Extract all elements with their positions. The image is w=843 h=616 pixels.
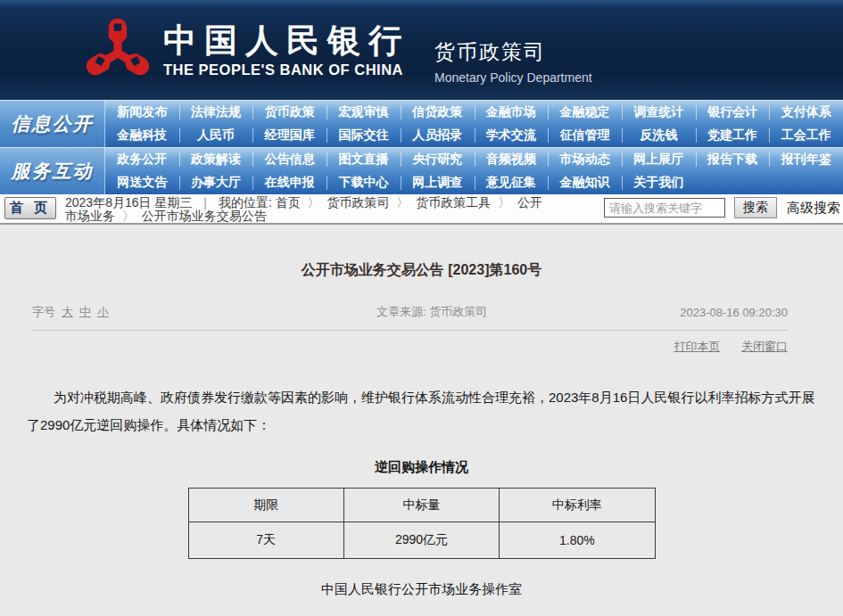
nav-item-zhifutixi[interactable]: 支付体系 — [769, 101, 843, 124]
breadcrumb-link-dept[interactable]: 货币政策司 — [326, 195, 389, 209]
nav-item-wangsongwengao[interactable]: 网送文告 — [105, 171, 179, 194]
table-header-volume: 中标量 — [343, 489, 499, 522]
nav-row: 政务公开 政策解读 公告信息 图文直播 央行研究 音频视频 市场动态 网上展厅 … — [105, 148, 843, 171]
nav-row: 网送文告 办事大厅 在线申报 下载中心 网上调查 意见征集 金融知识 关于我们 — [105, 171, 843, 194]
page-action-links: 打印本页 关闭窗口 — [0, 339, 788, 355]
nav-block-service: 服务互动 政务公开 政策解读 公告信息 图文直播 央行研究 音频视频 市场动态 … — [0, 147, 843, 194]
breadcrumb-separator: 〉 — [494, 195, 514, 209]
breadcrumb-link-tools[interactable]: 货币政策工具 — [416, 195, 491, 209]
nav-item-xindaizhengce[interactable]: 信贷政策 — [401, 101, 475, 124]
search-input[interactable] — [604, 198, 725, 218]
font-size-control: 字号 大 中 小 — [32, 304, 109, 320]
nav-group-label-info: 信息公开 — [0, 101, 105, 147]
nav-item-renminbi[interactable]: 人民币 — [179, 124, 253, 147]
site-header: 中国人民银行 THE PEOPLE'S BANK OF CHINA 货币政策司 … — [0, 0, 843, 100]
breadcrumb-link-home[interactable]: 首页 — [276, 195, 301, 209]
breadcrumb-bar: 首 页 2023年8月16日 星期三 ｜ 我的位置: 首页 〉 货币政策司 〉 … — [0, 194, 843, 225]
font-size-small-link[interactable]: 小 — [97, 304, 109, 320]
table-cell-rate: 1.80% — [500, 522, 655, 559]
close-window-link[interactable]: 关闭窗口 — [741, 340, 788, 353]
pboc-logo-icon — [85, 14, 151, 86]
page-title: 公开市场业务交易公告 [2023]第160号 — [0, 261, 843, 280]
table-title: 逆回购操作情况 — [0, 459, 843, 476]
nav-item-jinrongwending[interactable]: 金融稳定 — [548, 101, 622, 124]
nav-empty-cell — [696, 171, 770, 194]
font-size-label: 字号 — [32, 304, 55, 320]
nav-item-xueshujiaoliu[interactable]: 学术交流 — [475, 124, 549, 147]
breadcrumb-separator: 〉 — [393, 195, 412, 209]
nav-item-yanghangyanjiu[interactable]: 央行研究 — [401, 148, 475, 171]
bank-name-block: 中国人民银行 THE PEOPLE'S BANK OF CHINA — [163, 22, 409, 78]
nav-item-gonggaoxinxi[interactable]: 公告信息 — [252, 148, 326, 171]
nav-item-shichangdongtai[interactable]: 市场动态 — [548, 148, 622, 171]
nav-item-guojijiaowang[interactable]: 国际交往 — [326, 124, 401, 147]
nav-item-gonghuigongzuo[interactable]: 工会工作 — [769, 124, 843, 147]
print-page-link[interactable]: 打印本页 — [674, 340, 720, 353]
nav-rows-service: 政务公开 政策解读 公告信息 图文直播 央行研究 音频视频 市场动态 网上展厅 … — [105, 148, 843, 194]
repo-operation-table: 期限 中标量 中标利率 7天 2990亿元 1.80% — [188, 488, 656, 559]
table-header-row: 期限 中标量 中标利率 — [188, 489, 655, 522]
nav-item-dangjiangongzuo[interactable]: 党建工作 — [696, 124, 770, 147]
nav-item-huobizhengce[interactable]: 货币政策 — [252, 101, 326, 124]
nav-item-zhengcejiedu[interactable]: 政策解读 — [179, 148, 253, 171]
nav-block-info: 信息公开 新闻发布 法律法规 货币政策 宏观审慎 信贷政策 金融市场 金融稳定 … — [0, 100, 843, 147]
nav-item-baogaoxiazai[interactable]: 报告下载 — [696, 148, 770, 171]
nav-item-jinrongzhishi[interactable]: 金融知识 — [548, 171, 622, 194]
article-signature: 中国人民银行公开市场业务操作室 — [0, 581, 843, 598]
nav-item-yinpinshipin[interactable]: 音频视频 — [475, 148, 549, 171]
search-button[interactable]: 搜索 — [734, 197, 777, 218]
nav-row: 新闻发布 法律法规 货币政策 宏观审慎 信贷政策 金融市场 金融稳定 调查统计 … — [105, 101, 843, 124]
breadcrumb-separator: 〉 — [119, 209, 138, 223]
nav-item-zaixianshenbao[interactable]: 在线申报 — [252, 171, 326, 194]
nav-item-yinhangkuaiji[interactable]: 银行会计 — [696, 101, 770, 124]
nav-item-hongguanshenshen[interactable]: 宏观审慎 — [326, 101, 401, 124]
nav-item-falvfagui[interactable]: 法律法规 — [179, 101, 253, 124]
table-header-rate: 中标利率 — [500, 489, 655, 522]
article-meta-row: 字号 大 中 小 文章来源: 货币政策司 2023-08-16 09:20:30 — [32, 304, 788, 331]
nav-item-zhengwugongkai[interactable]: 政务公开 — [105, 148, 179, 171]
table-cell-volume: 2990亿元 — [343, 522, 499, 559]
table-header-term: 期限 — [188, 489, 343, 522]
nav-item-diaochatongji[interactable]: 调查统计 — [622, 101, 696, 124]
nav-item-xiazaizhongxin[interactable]: 下载中心 — [326, 171, 401, 194]
nav-row: 金融科技 人民币 经理国库 国际交往 人员招录 学术交流 征信管理 反洗钱 党建… — [105, 124, 843, 147]
nav-empty-cell — [769, 171, 843, 194]
nav-rows-info: 新闻发布 法律法规 货币政策 宏观审慎 信贷政策 金融市场 金融稳定 调查统计 … — [105, 101, 843, 147]
article-content: 公开市场业务交易公告 [2023]第160号 字号 大 中 小 文章来源: 货币… — [0, 225, 843, 616]
bank-name-en: THE PEOPLE'S BANK OF CHINA — [163, 62, 409, 78]
nav-item-wangshangzhanting[interactable]: 网上展厅 — [622, 148, 696, 171]
department-name-cn: 货币政策司 — [434, 38, 592, 66]
nav-item-fanxiqian[interactable]: 反洗钱 — [622, 124, 696, 147]
department-block: 货币政策司 Monetary Policy Department — [434, 15, 592, 85]
breadcrumb-separator: 〉 — [304, 195, 324, 209]
nav-item-baokannianjian[interactable]: 报刊年鉴 — [769, 148, 843, 171]
font-size-medium-link[interactable]: 中 — [79, 304, 91, 320]
nav-item-xinwenfabu[interactable]: 新闻发布 — [105, 101, 179, 124]
department-name-en: Monetary Policy Department — [434, 70, 592, 85]
nav-item-wangshangdiaocha[interactable]: 网上调查 — [401, 171, 475, 194]
breadcrumb: 2023年8月16日 星期三 ｜ 我的位置: 首页 〉 货币政策司 〉 货币政策… — [65, 196, 551, 223]
home-button[interactable]: 首 页 — [4, 197, 56, 219]
nav-item-guanyuwomen[interactable]: 关于我们 — [622, 171, 696, 194]
nav-group-label-service: 服务互动 — [0, 148, 105, 194]
nav-item-banshidating[interactable]: 办事大厅 — [179, 171, 253, 194]
font-size-large-link[interactable]: 大 — [62, 304, 73, 320]
nav-item-jinrongkeji[interactable]: 金融科技 — [105, 124, 179, 147]
nav-item-jingliguoku[interactable]: 经理国库 — [252, 124, 326, 147]
search-area: 搜索 高级搜索 — [604, 197, 840, 218]
table-row: 7天 2990亿元 1.80% — [188, 522, 655, 559]
advanced-search-link[interactable]: 高级搜索 — [787, 200, 840, 217]
nav-item-tuwenzhibo[interactable]: 图文直播 — [326, 148, 401, 171]
bank-name-cn: 中国人民银行 — [163, 22, 409, 58]
article-datetime: 2023-08-16 09:20:30 — [680, 306, 788, 319]
breadcrumb-link-announcement[interactable]: 公开市场业务交易公告 — [142, 209, 267, 223]
breadcrumb-date: 2023年8月16日 星期三 — [65, 195, 192, 209]
nav-item-zhengxinguanli[interactable]: 征信管理 — [548, 124, 622, 147]
nav-item-yijianzhengji[interactable]: 意见征集 — [475, 171, 549, 194]
breadcrumb-location-label: 我的位置: — [219, 195, 272, 209]
article-source: 文章来源: 货币政策司 — [376, 304, 487, 320]
breadcrumb-pipe: ｜ — [195, 195, 215, 209]
table-cell-term: 7天 — [188, 522, 343, 559]
nav-item-jinrongshichang[interactable]: 金融市场 — [475, 101, 549, 124]
nav-item-renyuanzhaolu[interactable]: 人员招录 — [401, 124, 475, 147]
